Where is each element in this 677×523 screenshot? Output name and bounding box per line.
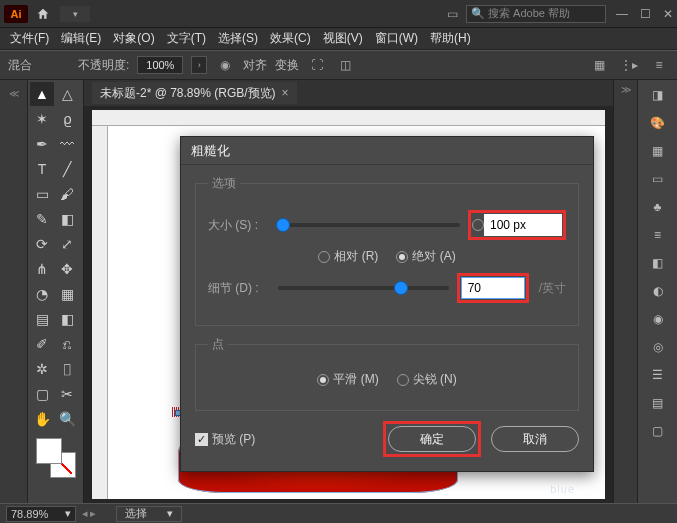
panel-color-icon[interactable]: 🎨 xyxy=(650,116,665,130)
menu-object[interactable]: 对象(O) xyxy=(109,30,158,47)
menu-help[interactable]: 帮助(H) xyxy=(426,30,475,47)
tool-width[interactable]: ⋔ xyxy=(30,257,54,281)
smooth-radio[interactable]: 平滑 (M) xyxy=(317,371,378,388)
ruler-horizontal xyxy=(92,110,605,126)
panel-appearance-icon[interactable]: ◉ xyxy=(653,312,663,326)
tool-pen[interactable]: ✒ xyxy=(30,132,54,156)
detail-input[interactable]: 70 xyxy=(461,277,525,299)
menu-window[interactable]: 窗口(W) xyxy=(371,30,422,47)
tool-mesh[interactable]: ▤ xyxy=(30,307,54,331)
maximize-button[interactable]: ☐ xyxy=(640,7,651,21)
size-input[interactable]: 100 px xyxy=(484,214,562,236)
more-icon[interactable]: ≡ xyxy=(649,55,669,75)
relative-radio[interactable]: 相对 (R) xyxy=(318,248,378,265)
zoom-dropdown-icon[interactable]: ▾ xyxy=(65,507,71,520)
fill-color[interactable] xyxy=(36,438,62,464)
tool-line[interactable]: ╱ xyxy=(55,157,79,181)
align-label[interactable]: 对齐 xyxy=(243,57,267,74)
panel-stroke-icon[interactable]: ≡ xyxy=(654,228,661,242)
panel-swatches-icon[interactable]: ▦ xyxy=(652,144,663,158)
menu-effect[interactable]: 效果(C) xyxy=(266,30,315,47)
tool-artboard[interactable]: ▢ xyxy=(30,382,54,406)
arrange-icon[interactable]: ⋮▸ xyxy=(619,55,639,75)
preview-checkbox[interactable]: ✓ 预览 (P) xyxy=(195,431,255,448)
workspace-dropdown[interactable]: ▾ xyxy=(60,6,90,22)
nav-next-icon[interactable]: ▸ xyxy=(90,507,96,520)
panel-artboards-icon[interactable]: ▢ xyxy=(652,424,663,438)
tool-blend[interactable]: ⎌ xyxy=(55,332,79,356)
corner-radio[interactable]: 尖锐 (N) xyxy=(397,371,457,388)
tool-scale[interactable]: ⤢ xyxy=(55,232,79,256)
tool-shape-builder[interactable]: ◔ xyxy=(30,282,54,306)
menu-view[interactable]: 视图(V) xyxy=(319,30,367,47)
tool-eyedropper[interactable]: ✐ xyxy=(30,332,54,356)
cloud-icon[interactable]: ▭ xyxy=(447,7,458,21)
close-button[interactable]: ✕ xyxy=(663,7,673,21)
style-icon[interactable]: ◉ xyxy=(215,55,235,75)
smooth-label: 平滑 (M) xyxy=(333,371,378,388)
opacity-dropdown-icon[interactable]: › xyxy=(191,56,207,74)
status-tool-label: 选择 xyxy=(125,506,147,521)
absolute-radio[interactable]: 绝对 (A) xyxy=(396,248,455,265)
grid-icon[interactable]: ▦ xyxy=(589,55,609,75)
close-tab-icon[interactable]: × xyxy=(282,86,289,100)
tool-hand[interactable]: ✋ xyxy=(30,407,54,431)
title-bar: Ai ▾ ▭ 🔍 搜索 Adobe 帮助 — ☐ ✕ xyxy=(0,0,677,28)
status-tool-dropdown-icon[interactable]: ▾ xyxy=(167,507,173,520)
panel-assets-icon[interactable]: ▤ xyxy=(652,396,663,410)
left-collapsed-strip[interactable]: ≪ xyxy=(0,80,28,503)
blend-label: 混合 xyxy=(8,57,32,74)
tool-paintbrush[interactable]: 🖌 xyxy=(55,182,79,206)
tool-graph[interactable]: ⌷ xyxy=(55,357,79,381)
search-input[interactable]: 🔍 搜索 Adobe 帮助 xyxy=(466,5,606,23)
detail-highlight: 70 xyxy=(457,273,529,303)
transform-label[interactable]: 变换 xyxy=(275,57,299,74)
tool-rectangle[interactable]: ▭ xyxy=(30,182,54,206)
tool-magic-wand[interactable]: ✶ xyxy=(30,107,54,131)
tool-shaper[interactable]: ✎ xyxy=(30,207,54,231)
opacity-value[interactable]: 100% xyxy=(137,56,183,74)
right-collapsed-strip[interactable]: ≫ xyxy=(613,80,637,503)
isolate-icon[interactable]: ⛶ xyxy=(307,55,327,75)
zoom-value: 78.89% xyxy=(11,508,48,520)
size-row: 大小 (S) : 100 px xyxy=(208,210,566,240)
tool-free-transform[interactable]: ✥ xyxy=(55,257,79,281)
ok-button[interactable]: 确定 xyxy=(388,426,476,452)
tool-eraser[interactable]: ◧ xyxy=(55,207,79,231)
panel-symbols-icon[interactable]: ♣ xyxy=(654,200,662,214)
size-radio-icon[interactable] xyxy=(472,219,484,231)
tool-slice[interactable]: ✂ xyxy=(55,382,79,406)
tool-zoom[interactable]: 🔍 xyxy=(55,407,79,431)
zoom-field[interactable]: 78.89% ▾ xyxy=(6,506,76,522)
menu-edit[interactable]: 编辑(E) xyxy=(57,30,105,47)
color-swatch[interactable] xyxy=(36,438,76,478)
tool-selection[interactable]: ▲ xyxy=(30,82,54,106)
panel-transparency-icon[interactable]: ◐ xyxy=(653,284,663,298)
panel-gradient-icon[interactable]: ◧ xyxy=(652,256,663,270)
panel-properties-icon[interactable]: ◨ xyxy=(652,88,663,102)
tool-symbol-spray[interactable]: ✲ xyxy=(30,357,54,381)
size-slider[interactable] xyxy=(278,223,460,227)
minimize-button[interactable]: — xyxy=(616,7,628,21)
tool-lasso[interactable]: ϱ xyxy=(55,107,79,131)
home-icon[interactable] xyxy=(34,5,52,23)
detail-slider[interactable] xyxy=(278,286,449,290)
nav-prev-icon[interactable]: ◂ xyxy=(82,507,88,520)
menu-file[interactable]: 文件(F) xyxy=(6,30,53,47)
tool-type[interactable]: T xyxy=(30,157,54,181)
tool-curvature[interactable]: 〰 xyxy=(55,132,79,156)
panel-graphic-styles-icon[interactable]: ◎ xyxy=(653,340,663,354)
menu-select[interactable]: 选择(S) xyxy=(214,30,262,47)
shape-icon[interactable]: ◫ xyxy=(335,55,355,75)
tool-rotate[interactable]: ⟳ xyxy=(30,232,54,256)
tool-perspective[interactable]: ▦ xyxy=(55,282,79,306)
document-tab[interactable]: 未标题-2* @ 78.89% (RGB/预览) × xyxy=(92,82,297,104)
menu-type[interactable]: 文字(T) xyxy=(163,30,210,47)
status-tool-field[interactable]: 选择 ▾ xyxy=(116,506,182,522)
points-legend: 点 xyxy=(208,336,228,353)
panel-brushes-icon[interactable]: ▭ xyxy=(652,172,663,186)
tool-direct-select[interactable]: △ xyxy=(55,82,79,106)
cancel-button[interactable]: 取消 xyxy=(491,426,579,452)
tool-gradient[interactable]: ◧ xyxy=(55,307,79,331)
panel-layers-icon[interactable]: ☰ xyxy=(652,368,663,382)
